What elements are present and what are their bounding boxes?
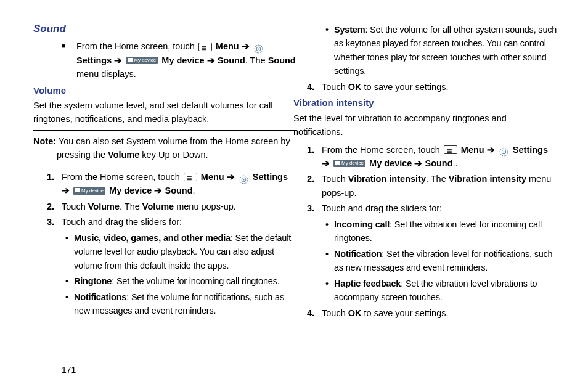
text: to save your settings. [361,82,448,92]
arrow-icon: ➔ [487,145,495,155]
vib-step-2: 2. Touch Vibration intensity. The Vibrat… [322,172,557,200]
ok-label: OK [348,308,362,318]
vibration-description: Set the level for vibration to accompany… [293,112,557,139]
vib-step-4: 4. Touch OK to save your settings. [322,306,557,320]
text: Touch [322,174,348,184]
mydevice-label: My device [161,55,204,65]
bullet-notifications: • Notifications: Set the volume for noti… [65,290,297,318]
bullet-incoming-call: • Incoming call: Set the vibration level… [325,218,557,245]
bullet-notification: • Notification: Set the vibration level … [325,247,557,275]
menu-icon [444,145,457,154]
intro-body: From the Home screen, touch Menu ➔ Setti… [76,39,297,81]
vib-step-1: 1. From the Home screen, touch Menu ➔ Se… [322,143,557,171]
volume-label: Volume [142,202,174,211]
bullet-title: Notifications [74,292,126,302]
ok-label: OK [348,82,362,92]
bullet-mark: • [325,277,334,304]
page-number: 171 [62,364,76,377]
bullet-mark: • [325,23,334,78]
menu-label: Menu [461,145,484,155]
volume-label: Volume [88,202,120,211]
bullet-mark: • [325,218,334,245]
step-3: 3. Touch and drag the sliders for: [62,215,297,229]
bullet-text: : Set the volume for all other system so… [334,25,557,76]
text: . The [120,202,142,211]
text: .. [453,158,458,168]
text: menu displays. [76,69,136,79]
arrow-icon: ➔ [227,172,235,182]
bullet-title: Incoming call [334,219,390,229]
arrow-icon: ➔ [114,55,122,65]
step-number: 1. [307,143,322,171]
note-label: Note: [33,136,56,146]
text: Touch [62,202,88,211]
bullet-title: Haptic feedback [334,279,401,288]
bullet-text: : Set the volume for incoming call ringt… [112,276,279,286]
sound-label: Sound [165,186,192,195]
step-number: 1. [47,170,62,198]
settings-icon [253,44,264,54]
intro-item: ■ From the Home screen, touch Menu ➔ Set… [62,39,297,81]
text: From the Home screen, touch [62,172,182,182]
text: to save your settings. [361,308,448,318]
sound-label-2: Sound [268,55,296,65]
heading-vibration: Vibration intensity [293,96,557,110]
vibration-label: Vibration intensity [449,174,526,184]
arrow-icon: ➔ [322,158,330,168]
vibration-label: Vibration intensity [348,174,426,184]
step-number: 4. [307,80,322,94]
sound-label: Sound [218,55,245,65]
text: menu pops-up. [174,202,236,211]
note-block: Note: You can also set System volume fro… [33,130,297,166]
menu-label: Menu [201,172,224,182]
step-1: 1. From the Home screen, touch Menu ➔ Se… [62,170,297,198]
arrow-icon: ➔ [207,55,215,65]
text: Touch [322,308,348,318]
arrow-icon: ➔ [414,158,422,168]
step-number: 4. [307,306,322,320]
settings-label: Settings [513,145,548,155]
bullet-title: Ringtone [74,276,112,286]
bullet-mark: • [65,231,74,272]
arrow-icon: ➔ [242,41,250,51]
bullet-mark: • [325,247,334,275]
bullet-haptic: • Haptic feedback: Set the vibration lev… [325,277,557,304]
volume-description: Set the system volume level, and set def… [33,99,297,126]
text: From the Home screen, touch [322,145,443,155]
bullet-system: • System: Set the volume for all other s… [325,23,557,78]
text: . The [245,55,268,65]
bullet-media: • Music, video, games, and other media: … [65,231,297,272]
vib-step-3: 3. Touch and drag the sliders for: [322,202,557,215]
settings-icon [239,174,249,185]
settings-icon [499,147,509,157]
left-column: Sound ■ From the Home screen, touch Menu… [62,21,297,322]
square-bullet: ■ [62,39,76,81]
bullet-title: Notification [334,249,382,259]
step-4: 4. Touch OK to save your settings. [322,80,557,94]
bullet-mark: • [65,274,74,288]
heading-sound: Sound [33,21,297,37]
step-number: 3. [47,215,62,229]
text: . [193,186,195,195]
step-number: 2. [47,200,62,213]
bullet-ringtone: • Ringtone: Set the volume for incoming … [65,274,297,288]
text: From the Home screen, touch [76,41,197,51]
volume-key-label: Volume [108,150,139,160]
step-number: 2. [307,172,322,200]
mydevice-icon: My device [73,187,105,195]
text: Touch [322,82,348,92]
bullet-mark: • [65,290,74,318]
text: Touch and drag the sliders for: [62,215,297,229]
right-column: • System: Set the volume for all other s… [322,21,557,322]
note-text: key Up or Down. [139,150,208,160]
settings-label: Settings [253,172,288,182]
step-2: 2. Touch Volume. The Volume menu pops-up… [62,200,297,213]
mydevice-label: My device [109,186,152,195]
step-number: 3. [307,202,322,215]
bullet-title: System [334,25,365,35]
text: . The [426,174,449,184]
arrow-icon: ➔ [154,186,162,195]
sound-label: Sound [425,158,452,168]
text: Touch and drag the sliders for: [322,202,557,215]
menu-icon [184,173,197,181]
